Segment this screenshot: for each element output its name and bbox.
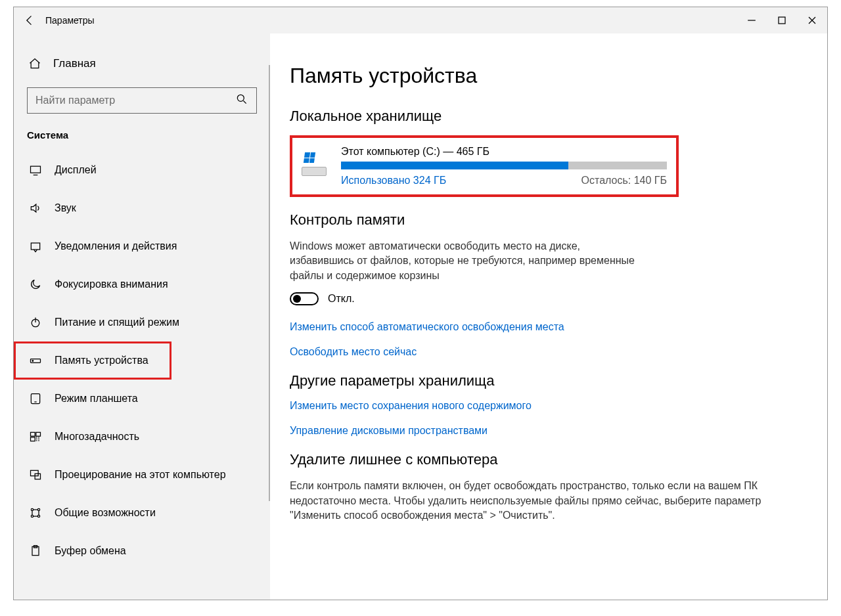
display-icon [28,164,43,177]
nav-label: Уведомления и действия [55,240,177,252]
nav-label: Общие возможности [55,507,156,519]
storage-sense-heading: Контроль памяти [290,211,801,229]
svg-rect-9 [36,432,41,436]
nav-display[interactable]: Дисплей [14,151,270,189]
shared-icon [28,506,43,519]
svg-point-14 [37,508,39,510]
nav-shared[interactable]: Общие возможности [14,494,270,532]
storage-sense-description: Windows может автоматически освободить м… [290,239,638,283]
nav-list: Дисплей Звук Уведомления и действия Фоку… [14,151,270,570]
usage-bar-fill [341,162,568,169]
clipboard-icon [28,544,43,558]
nav-label: Память устройства [55,355,148,366]
nav-label: Проецирование на этот компьютер [55,469,226,481]
nav-notifications[interactable]: Уведомления и действия [14,227,270,265]
svg-point-13 [31,508,33,510]
nav-label: Фокусировка внимания [55,278,168,290]
nav-tablet[interactable]: Режим планшета [14,380,270,418]
free-text: Осталось: 140 ГБ [581,175,667,187]
power-icon [28,316,43,329]
nav-label: Дисплей [55,164,97,176]
caption-controls [737,7,827,33]
drive-row[interactable]: Этот компьютер (C:) — 465 ГБ Использован… [290,135,679,197]
sound-icon [28,202,43,215]
link-configure-sense[interactable]: Изменить способ автоматического освобожд… [290,321,801,333]
nav-label: Питание и спящий режим [55,317,179,328]
storage-sense-toggle-row: Откл. [290,292,801,305]
cleanup-heading: Удалите лишнее с компьютера [290,451,801,468]
home-icon [28,57,41,70]
search-placeholder: Найти параметр [35,95,115,106]
nav-clipboard[interactable]: Буфер обмена [14,532,270,570]
tablet-icon [28,392,43,405]
local-storage-heading: Локальное хранилище [290,108,801,125]
notifications-icon [28,240,43,253]
cleanup-description: Если контроль памяти включен, он будет о… [290,479,789,523]
content-pane: Память устройства Локальное хранилище Эт… [270,33,827,600]
storage-icon [28,354,43,367]
multitask-icon [28,430,43,443]
drive-label: Этот компьютер (C:) — 465 ГБ [341,146,667,158]
nav-projecting[interactable]: Проецирование на этот компьютер [14,456,270,494]
svg-point-16 [37,515,39,517]
minimize-button[interactable] [737,7,767,33]
window-title: Параметры [45,15,95,26]
nav-power[interactable]: Питание и спящий режим [14,303,270,341]
svg-rect-3 [31,243,39,250]
storage-sense-toggle[interactable] [290,292,319,305]
svg-rect-10 [31,437,35,441]
used-text: Использовано 324 ГБ [341,175,446,187]
nav-label: Звук [55,202,76,214]
drive-info: Этот компьютер (C:) — 465 ГБ Использован… [341,146,667,187]
nav-label: Многозадачность [55,431,139,443]
settings-window: Параметры Главная Найти параметр [13,7,828,600]
nav-sound[interactable]: Звук [14,189,270,227]
usage-bar [341,162,667,169]
nav-multitask[interactable]: Многозадачность [14,418,270,456]
svg-rect-2 [31,166,41,173]
drive-icon [302,150,328,176]
focus-icon [28,278,43,291]
svg-rect-12 [35,473,40,479]
nav-focus[interactable]: Фокусировка внимания [14,265,270,303]
svg-point-6 [32,361,34,362]
projecting-icon [28,468,43,481]
toggle-state-label: Откл. [328,293,355,305]
close-button[interactable] [797,7,827,33]
titlebar: Параметры [14,7,827,33]
page-title: Память устройства [290,64,801,88]
svg-rect-0 [779,17,785,24]
link-change-save-location[interactable]: Изменить место сохранения нового содержи… [290,400,801,412]
link-manage-storage-spaces[interactable]: Управление дисковыми пространствами [290,425,801,437]
more-storage-heading: Другие параметры хранилища [290,372,801,389]
nav-label: Буфер обмена [55,545,126,557]
search-icon [235,93,248,108]
maximize-button[interactable] [767,7,797,33]
svg-point-1 [237,95,244,101]
home-label: Главная [53,57,96,70]
svg-rect-8 [31,432,35,436]
nav-label: Режим планшета [55,393,138,405]
sidebar-section-label: Система [14,129,270,151]
svg-rect-11 [31,470,39,475]
sidebar: Главная Найти параметр Система Дисплей З… [14,33,270,600]
search-input[interactable]: Найти параметр [27,87,257,114]
home-nav[interactable]: Главная [14,53,270,74]
link-free-now[interactable]: Освободить место сейчас [290,346,801,358]
nav-storage[interactable]: Память устройства [14,341,171,380]
back-button[interactable] [14,7,45,33]
svg-point-15 [31,515,33,517]
sidebar-scrollbar[interactable] [269,65,270,501]
